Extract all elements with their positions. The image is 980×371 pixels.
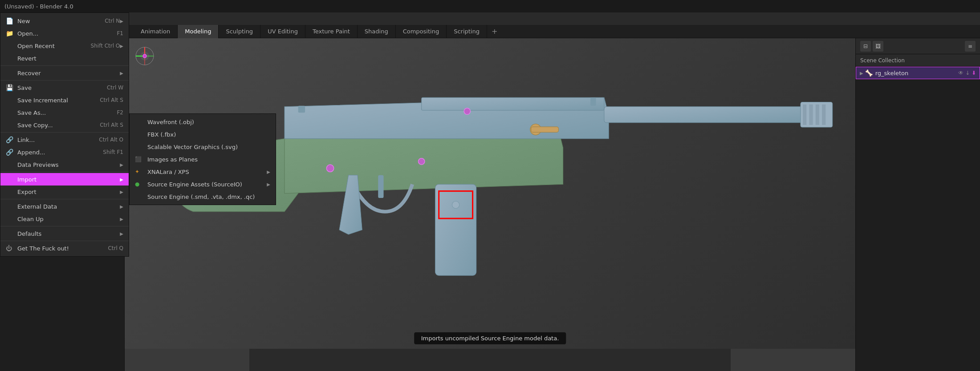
import-xnalara[interactable]: ✦ XNALara / XPS ▶ (130, 165, 276, 178)
item-actions: 👁 ↓ ⬇ (958, 70, 976, 76)
tab-uv-editing[interactable]: UV Editing (260, 25, 305, 38)
viewport-gizmo (134, 45, 156, 67)
svg-rect-3 (803, 105, 806, 125)
append-icon: 🔗 (6, 149, 15, 156)
file-save-incremental[interactable]: Save Incremental Ctrl Alt S (0, 94, 129, 106)
file-new[interactable]: 📄 New Ctrl N ▶ (0, 15, 129, 27)
save-icon: 💾 (6, 84, 15, 91)
skeleton-icon: 🦴 (865, 69, 873, 77)
file-quit[interactable]: ⏻ Get The Fuck out! Ctrl Q (0, 242, 129, 254)
tab-texture-paint[interactable]: Texture Paint (305, 25, 358, 38)
images-planes-icon: ⬛ (135, 156, 145, 162)
panel-icons: ≡ (965, 41, 976, 52)
file-open-recent[interactable]: Open Recent Shift Ctrl O ▶ (0, 40, 129, 52)
svg-rect-14 (590, 97, 596, 105)
file-data-previews[interactable]: Data Previews ▶ (0, 158, 129, 171)
file-import[interactable]: Import ▶ (0, 173, 129, 186)
file-save-copy[interactable]: Save Copy... Ctrl Alt S (0, 119, 129, 131)
file-recover[interactable]: Recover ▶ (0, 67, 129, 79)
svg-rect-1 (422, 97, 604, 110)
import-source-engine-assets[interactable]: ● Source Engine Assets (SourceIO) ▶ (130, 178, 276, 190)
svg-rect-5 (816, 105, 819, 125)
title-bar: (Unsaved) - Blender 4.0 (0, 0, 980, 12)
tab-sculpting[interactable]: Sculpting (219, 25, 260, 38)
tab-shading[interactable]: Shading (358, 25, 396, 38)
file-open[interactable]: 📁 Open... F1 (0, 27, 129, 40)
separator-3 (0, 132, 129, 133)
separator-2 (0, 80, 129, 81)
link-icon: 🔗 (6, 136, 15, 143)
new-icon: 📄 (6, 17, 15, 24)
file-export[interactable]: Export ▶ (0, 186, 129, 198)
import-fbx[interactable]: FBX (.fbx) (130, 128, 276, 141)
svg-rect-8 (531, 127, 559, 132)
window-title: (Unsaved) - Blender 4.0 (4, 3, 73, 10)
viewport-status-bar (249, 349, 731, 371)
file-defaults[interactable]: Defaults ▶ (0, 227, 129, 240)
separator-7 (0, 241, 129, 241)
svg-rect-9 (435, 184, 476, 275)
svg-rect-13 (298, 106, 305, 113)
add-workspace-button[interactable]: + (487, 27, 502, 36)
separator-5 (0, 199, 129, 199)
svg-point-16 (418, 158, 424, 165)
eye-icon[interactable]: 👁 (958, 70, 964, 76)
svg-rect-6 (822, 105, 825, 125)
file-save[interactable]: 💾 Save Ctrl W (0, 81, 129, 94)
source-io-icon: ● (135, 181, 145, 187)
import-wavefront[interactable]: Wavefront (.obj) (130, 116, 276, 128)
collection-item-rg-skeleton[interactable]: ▶ 🦴 rg_skeleton 👁 ↓ ⬇ (856, 67, 980, 79)
tab-scripting[interactable]: Scripting (447, 25, 487, 38)
render-button[interactable]: 🖼 (873, 41, 883, 52)
xnalara-icon: ✦ (135, 169, 145, 175)
cursor-icon[interactable]: ↓ (965, 70, 970, 76)
svg-rect-12 (378, 175, 383, 198)
scene-collection-title: Scene Collection (856, 54, 980, 67)
panel-view-controls: ⊟ 🖼 (860, 41, 883, 52)
svg-point-26 (143, 54, 146, 58)
workspace-tabs: Animation Modeling Sculpting UV Editing … (0, 25, 980, 38)
file-menu-dropdown: 📄 New Ctrl N ▶ 📁 Open... F1 Open Recent … (0, 12, 129, 257)
file-external-data[interactable]: External Data ▶ (0, 200, 129, 213)
view-layer-button[interactable]: ⊟ (860, 41, 871, 52)
import-source-engine-smd[interactable]: Source Engine (.smd, .vta, .dmx, .qc) (130, 190, 276, 203)
file-link[interactable]: 🔗 Link... Ctrl Alt O (0, 133, 129, 146)
camera-icon[interactable]: ⬇ (972, 70, 976, 76)
tab-compositing[interactable]: Compositing (396, 25, 447, 38)
import-svg[interactable]: Scalable Vector Graphics (.svg) (130, 141, 276, 153)
file-append[interactable]: 🔗 Append... Shift F1 (0, 146, 129, 158)
import-submenu: Wavefront (.obj) FBX (.fbx) Scalable Vec… (129, 113, 276, 205)
import-images-as-planes[interactable]: ⬛ Images as Planes (130, 153, 276, 165)
svg-point-11 (452, 201, 459, 208)
separator-1 (0, 65, 129, 66)
tab-modeling[interactable]: Modeling (178, 25, 219, 38)
quit-icon: ⏻ (6, 245, 15, 252)
right-panel-header: ⊟ 🖼 ≡ (856, 38, 980, 54)
svg-point-15 (326, 165, 333, 172)
right-panel: ⊟ 🖼 ≡ Scene Collection ▶ 🦴 rg_skeleton 👁… (855, 38, 980, 371)
svg-rect-4 (809, 105, 813, 125)
svg-rect-0 (604, 107, 810, 123)
import-tooltip: Imports uncompiled Source Engine model d… (414, 332, 566, 344)
filter-button[interactable]: ≡ (965, 41, 976, 52)
file-revert[interactable]: Revert (0, 52, 129, 65)
tab-animation[interactable]: Animation (134, 25, 178, 38)
file-save-as[interactable]: Save As... F2 (0, 106, 129, 119)
open-icon: 📁 (6, 30, 15, 37)
file-clean-up[interactable]: Clean Up ▶ (0, 213, 129, 225)
menu-bar: File Edit Render Window Help (0, 12, 980, 25)
separator-6 (0, 226, 129, 226)
svg-point-17 (464, 108, 470, 114)
separator-4 (0, 172, 129, 172)
expand-arrow-icon: ▶ (860, 71, 863, 76)
